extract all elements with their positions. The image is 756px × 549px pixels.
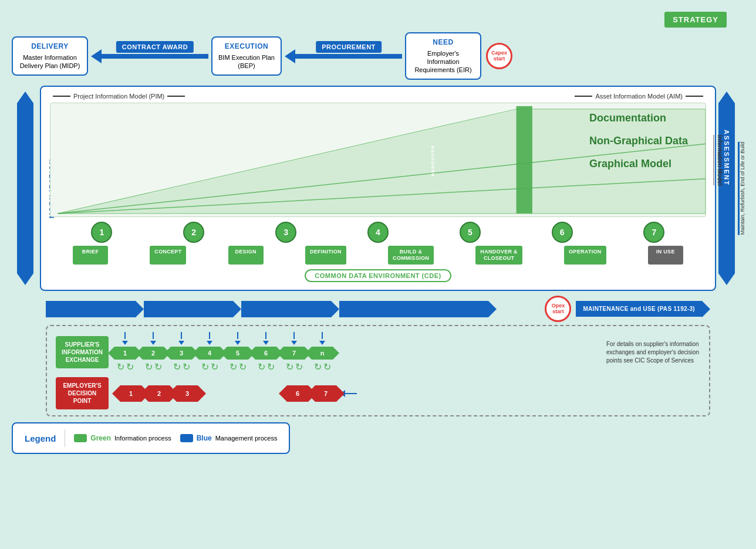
sup-diamond-1-group: 1 ↻ ↻ [114,332,136,372]
stage-oval-2: 2 [183,222,204,243]
contract-award-label: CONTRACT AWARD [116,41,194,53]
maintenance-arrow [702,301,710,317]
legend-box: Legend Green Information process Blue Ma… [12,422,290,454]
execution-content: BIM Execution Plan (BEP) [218,53,275,70]
emp-diamond-2-group: 2 [148,385,170,402]
sup-diamond-n-group: n ↻ ↻ [312,332,333,372]
execution-title: EXECUTION [218,42,275,52]
legend-green-box [74,434,87,442]
supplier-section: SUPPLIER'S INFORMATION EXCHANGE 1 ↻ ↻ [46,325,710,416]
pim-label-container: Project Information Model (PIM) [53,93,185,100]
strategy-badge: STRATEGY [664,12,727,28]
pim-line [53,96,70,97]
maintain-label: Maintain, Refurbish, End of Life or Buil… [740,142,745,235]
legend-blue-item: Blue Management process [180,434,278,442]
stage-label-build: BUILD &COMMISSION [388,246,434,265]
stage-oval-1: 1 [91,222,112,243]
delivery-content: Master Information Delivery Plan (MIDP) [19,53,81,70]
cycles-5: ↻ ↻ [230,361,247,372]
sup-diamond-5: 5 [227,347,248,360]
legend-blue-desc: Management process [215,435,278,442]
sup-diamond-7-group: 7 ↻ ↻ [284,332,305,372]
delivery-box: DELIVERY Master Information Delivery Pla… [12,36,88,76]
arrow-head-left [91,49,102,63]
legend-blue-box [180,434,193,442]
employer-label: EMPLOYER'S DECISION POINT [56,377,109,409]
information-model-label-container: Information Model [713,103,723,216]
sup-diamond-2: 2 [143,347,164,360]
sup-diamond-1: 1 [114,347,136,360]
stage-ovals-row: 1 2 3 4 5 6 7 [50,222,706,243]
emp-diamond-6: 6 [287,385,308,402]
aim-label-container: Asset Information Model (AIM) [575,93,703,100]
need-box: NEED Employer's Information Requirements… [405,32,481,80]
sup-diamond-3-group: 3 ↻ ↻ [171,332,192,372]
prog-arrow-1 [46,301,136,317]
cycles-n: ↻ ↻ [314,361,331,372]
sup-diamond-3: 3 [171,347,192,360]
assessment-label: ASSESSMENT [723,130,730,186]
employer-row: EMPLOYER'S DECISION POINT 1 2 3 6 [56,377,700,409]
handover-bar: HANDOVER [426,106,439,215]
outer-wrapper: ASSESSMENT Maintain, Refurbish, End of L… [12,86,744,291]
progress-arrows [46,301,543,317]
emp-diamond-1-group: 1 [120,385,141,402]
emp-diamond-1: 1 [120,385,141,402]
prog-arrow-2 [144,301,234,317]
emp-diamond-7-group: 7 [315,385,357,402]
emp-diamond-6-group: 6 [287,385,308,402]
stage-oval-4: 4 [367,222,389,243]
proc-arrow-head [285,49,295,63]
cycles-4: ↻ ↻ [201,361,218,372]
employer-diamonds-row: 1 2 3 6 7 [114,385,700,402]
procurement-arrow: PROCUREMENT [285,49,402,63]
aim-label: Asset Information Model (AIM) [595,93,683,100]
supplier-diamonds-row: 1 ↻ ↻ 2 ↻ ↻ [114,332,600,372]
procurement-label: PROCUREMENT [316,41,382,53]
capex-circle: Capex start [486,43,512,69]
stage-oval-5: 5 [460,222,481,243]
sup-diamond-n: n [312,347,333,360]
stage-label-concept: CONCEPT [150,246,186,265]
cycles-3: ↻ ↻ [173,361,190,372]
execution-box: EXECUTION BIM Execution Plan (BEP) [211,36,282,76]
delivery-title: DELIVERY [19,42,81,52]
pim-label: Project Information Model (PIM) [73,93,164,100]
emp-diamond-2: 2 [148,385,170,402]
graphical-label: Graphical Model [589,158,688,170]
stage-labels-row: BRIEF CONCEPT DESIGN DEFINITION BUILD &C… [50,246,706,265]
sup-diamond-5-group: 5 ↻ ↻ [227,332,248,372]
diagram-content-labels: Documentation Non-Graphical Data Graphic… [589,112,688,170]
legend-title: Legend [25,433,56,443]
pim-aim-labels: Project Information Model (PIM) Asset In… [50,93,706,100]
cycles-6: ↻ ↻ [258,361,275,372]
sup-diamond-7: 7 [284,347,305,360]
stage-label-definition: DEFINITION [305,246,346,265]
supplier-note: For details on supplier's information ex… [606,340,700,365]
svg-rect-3 [517,106,532,214]
stage-label-handover: HANDOVER &CLOSEOUT [475,246,522,265]
stage-oval-6: 6 [552,222,573,243]
non-graphical-label: Non-Graphical Data [589,135,688,147]
sup-diamond-4-group: 4 ↻ ↻ [199,332,220,372]
left-vertical-arrow [16,92,34,285]
legend-green-item: Green Information process [74,434,171,442]
prog-arrow-3 [241,301,331,317]
legend-green-label: Green [90,434,111,442]
supplier-row: SUPPLIER'S INFORMATION EXCHANGE 1 ↻ ↻ [56,332,700,372]
emp-diamond-3-group: 3 [177,385,198,402]
need-title: NEED [412,38,474,48]
contract-award-arrow: CONTRACT AWARD [91,49,208,63]
sup-diamond-4: 4 [199,347,220,360]
sup-diamond-6: 6 [255,347,276,360]
stage-label-brief: BRIEF [73,246,108,265]
progress-row: Opex start MAINTENANCE and USE (PAS 1192… [46,296,710,322]
maintenance-container: MAINTENANCE and USE (PAS 1192-3) [576,301,710,317]
main-container: STRATEGY DELIVERY Master Information Del… [0,0,756,463]
cycles-2: ↻ ↻ [145,361,162,372]
legend-green-desc: Information process [114,435,171,442]
cycles-7: ↻ ↻ [286,361,303,372]
sup-diamond-2-group: 2 ↻ ↻ [143,332,164,372]
top-row: DELIVERY Master Information Delivery Pla… [12,32,744,80]
stage-label-inuse: IN USE [648,246,683,265]
